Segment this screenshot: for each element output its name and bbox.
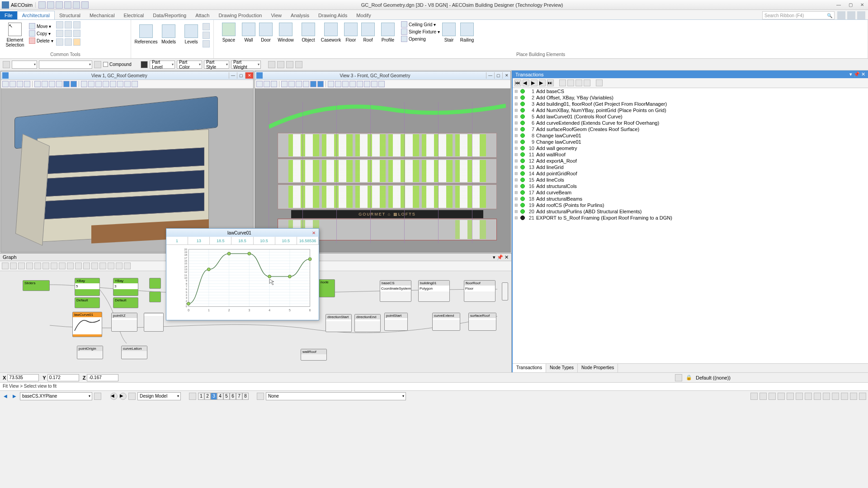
transaction-row[interactable]: ⊞6Add curveExtended (Extends Curve for R… [513,120,868,126]
maximize-icon[interactable]: ▢ [237,72,245,79]
transaction-row[interactable]: ⊞4Add NumXBay, NumYBay, pointGrid (Place… [513,107,868,113]
transaction-row[interactable]: ⊞3Add building01, floorRoof (Get Project… [513,101,868,107]
close-icon[interactable]: ✕ [245,72,253,79]
transaction-row[interactable]: ⊞11Add wallRoof [513,151,868,158]
references-button[interactable]: References [135,21,157,47]
tool-icon[interactable] [567,80,574,86]
maximize-icon[interactable]: ▢ [494,72,502,79]
x-coord-input[interactable] [7,374,39,381]
compound-checkbox[interactable]: Compound [103,62,132,67]
tab-mechanical[interactable]: Mechanical [85,11,119,19]
view-tool-icon[interactable] [124,81,131,87]
page-button[interactable]: 8 [242,393,249,400]
transaction-row[interactable]: ⊞9Change lawCurve01 [513,139,868,145]
node[interactable]: building01Polygon [418,280,450,302]
page-button[interactable]: 2 [204,393,211,400]
models-button[interactable]: Models [157,21,180,47]
transaction-row[interactable]: ⊞16Add structuralCols [513,183,868,189]
part-style-dropdown[interactable]: Part Style [204,61,229,69]
acs-dropdown[interactable]: baseCS.XYPlane [20,392,92,400]
close-icon[interactable]: ✕ [502,72,510,79]
tool-icon[interactable] [203,40,210,47]
pan-icon[interactable] [56,81,62,87]
tool-icon[interactable] [675,374,682,381]
transaction-row[interactable]: ⊞8Change lawCurve01 [513,132,868,139]
page-button[interactable]: 1 [198,393,204,400]
transaction-row[interactable]: ⊞18Add structuralBeams [513,196,868,202]
tab-structural[interactable]: Structural [55,11,85,19]
dropdown[interactable] [39,61,92,69]
qat-item[interactable] [81,1,89,9]
tab-drawing-aids[interactable]: Drawing Aids [314,11,352,19]
graph-tool-icon[interactable] [75,263,82,269]
tool-icon[interactable] [277,61,284,68]
transaction-row[interactable]: ⊞1Add baseCS [513,88,868,94]
transaction-row[interactable]: ⊞12Add exportA_Roof [513,158,868,164]
tool-icon[interactable] [596,80,603,86]
wall-button[interactable]: Wall [240,21,257,44]
view-tool-icon[interactable] [2,81,9,87]
tool-icon[interactable] [295,61,302,68]
tool-icon[interactable] [778,393,785,400]
tab-file[interactable]: File [0,11,17,19]
window-button[interactable]: Window [274,21,297,44]
view-tool-icon[interactable] [364,81,370,87]
tab-view[interactable]: View [266,11,286,19]
graph-tool-icon[interactable] [83,263,90,269]
forward-icon[interactable]: ▶ [11,393,18,400]
dropdown[interactable] [12,61,37,69]
graph-tool-icon[interactable] [26,263,33,269]
help-icon[interactable] [847,11,855,19]
transaction-row[interactable]: ⊞17Add curveBeam [513,189,868,196]
tool-icon[interactable] [832,393,839,400]
view-tool-icon[interactable] [132,81,138,87]
ribbon-search[interactable]: Search Ribbon (F4)🔍 [762,11,835,19]
tool-icon[interactable] [128,393,136,400]
lawcurve-titlebar[interactable]: lawCurve01 ✕ [166,229,319,237]
view-tool-icon[interactable] [63,81,70,87]
view-tool-icon[interactable] [24,81,30,87]
tool-icon[interactable] [859,393,866,400]
roof-button[interactable]: Roof [359,21,377,44]
tool-icon[interactable] [94,61,101,68]
tab-data-reporting[interactable]: Data/Reporting [148,11,191,19]
value-cell[interactable]: 10.5 [254,237,275,244]
tool-icon[interactable] [73,38,80,46]
prev-icon[interactable]: ◀ [523,80,529,86]
page-button[interactable]: 5 [223,393,230,400]
view-tool-icon[interactable] [117,81,123,87]
view-tool-icon[interactable] [110,81,116,87]
node[interactable] [144,313,164,332]
view-tool-icon[interactable] [71,81,77,87]
tool-icon[interactable] [65,38,72,46]
tool-icon[interactable] [268,61,275,68]
tool-icon[interactable] [796,393,803,400]
casework-button[interactable]: Casework [320,21,342,44]
graph-tool-icon[interactable] [10,263,17,269]
lock-icon[interactable]: 🔒 [686,375,692,380]
minimize-icon[interactable]: — [229,72,237,79]
dropdown-icon[interactable]: ▾ [493,254,495,260]
transaction-row[interactable]: ⊞13Add lineGrid [513,164,868,170]
tool-icon[interactable] [56,21,63,28]
line-weight-icon[interactable] [141,61,148,68]
last-icon[interactable]: ⏭ [547,80,554,86]
part-color-dropdown[interactable]: Part Color [177,61,202,69]
node[interactable]: node [319,279,335,297]
transaction-row[interactable]: ⊞2Add Offset, XBay, YBay (Variables) [513,94,868,101]
qat-print-icon[interactable] [73,1,80,9]
graph-tool-icon[interactable] [67,263,74,269]
settings-icon[interactable] [857,11,865,19]
tool-icon[interactable] [769,393,776,400]
transaction-row[interactable]: ⊞5Add lawCurve01 (Controls Roof Curve) [513,113,868,120]
tool-icon[interactable] [850,393,857,400]
tool-icon[interactable] [73,21,80,28]
view-tool-icon[interactable] [81,81,87,87]
delete-button[interactable]: Delete ▾ [29,38,53,44]
qat-undo-icon[interactable] [56,1,63,9]
transaction-row[interactable]: ⊞20Add structuralPurlins (ABD Structural… [513,208,868,215]
z-coord-input[interactable] [87,374,118,381]
qat-redo-icon[interactable] [64,1,71,9]
transaction-row[interactable]: ⊞19Add roofCS (Points for Purlins) [513,202,868,208]
profile-button[interactable]: Profile [377,21,399,44]
